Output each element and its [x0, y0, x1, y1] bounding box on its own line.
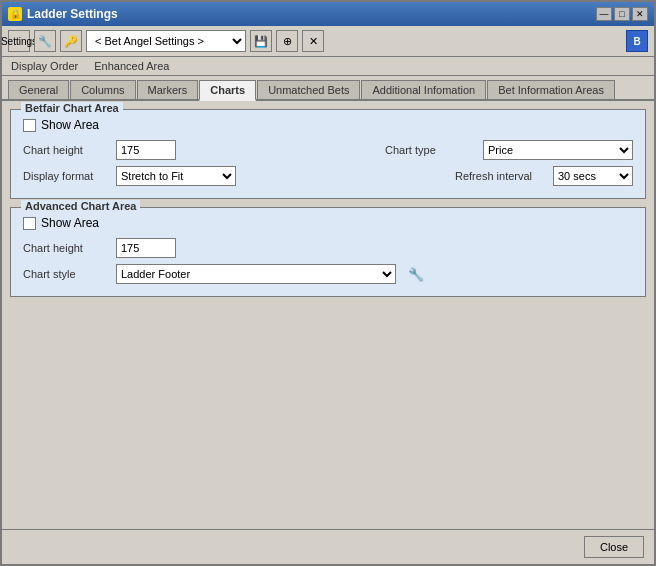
minimize-button[interactable]: —: [596, 7, 612, 21]
tabs-bar: General Columns Markers Charts Unmatched…: [2, 76, 654, 101]
betfair-display-format-label: Display format: [23, 170, 108, 182]
tab-charts[interactable]: Charts: [199, 80, 256, 101]
window-title: Ladder Settings: [27, 7, 118, 21]
add-button[interactable]: ⊕: [276, 30, 298, 52]
add-icon: ⊕: [283, 35, 292, 48]
advanced-chart-style-select[interactable]: Ladder Footer Custom 1 Custom 2: [116, 264, 396, 284]
advanced-chart-style-row: Chart style Ladder Footer Custom 1 Custo…: [23, 264, 633, 284]
tab-additional-info[interactable]: Additional Infomation: [361, 80, 486, 99]
settings-button[interactable]: Settings: [8, 30, 30, 52]
advanced-show-area-label: Show Area: [41, 216, 99, 230]
betfair-chart-group: Betfair Chart Area Show Area Chart heigh…: [10, 109, 646, 199]
content-area: Betfair Chart Area Show Area Chart heigh…: [2, 101, 654, 529]
chart-style-configure-icon[interactable]: 🔧: [408, 267, 424, 282]
wrench-icon: 🔧: [38, 35, 52, 48]
ladder-icon: B: [633, 36, 640, 47]
betfair-chart-type-label: Chart type: [385, 144, 475, 156]
settings-label: Settings: [1, 36, 37, 47]
betfair-display-format-select[interactable]: Stretch to Fit Fixed Scale Auto Scale: [116, 166, 236, 186]
betfair-chart-type-select[interactable]: Price Volume Both: [483, 140, 633, 160]
advanced-chart-title: Advanced Chart Area: [21, 200, 140, 212]
advanced-chart-height-label: Chart height: [23, 242, 108, 254]
window-icon: 🔒: [8, 7, 22, 21]
save-button[interactable]: 💾: [250, 30, 272, 52]
tab-unmatched-bets[interactable]: Unmatched Bets: [257, 80, 360, 99]
advanced-chart-group: Advanced Chart Area Show Area Chart heig…: [10, 207, 646, 297]
toolbar: Settings 🔧 🔑 < Bet Angel Settings > 💾 ⊕ …: [2, 26, 654, 57]
close-button[interactable]: Close: [584, 536, 644, 558]
delete-button[interactable]: ✕: [302, 30, 324, 52]
tab-columns[interactable]: Columns: [70, 80, 135, 99]
betfair-display-format-row: Display format Stretch to Fit Fixed Scal…: [23, 166, 633, 186]
advanced-show-area-row: Show Area: [23, 216, 633, 230]
advanced-chart-height-input[interactable]: [116, 238, 176, 258]
betfair-refresh-interval-select[interactable]: 5 secs 10 secs 15 secs 30 secs 60 secs: [553, 166, 633, 186]
delete-icon: ✕: [309, 35, 318, 48]
menu-enhanced-area[interactable]: Enhanced Area: [91, 59, 172, 73]
menu-bar: Display Order Enhanced Area: [2, 57, 654, 76]
tab-bet-information[interactable]: Bet Information Areas: [487, 80, 615, 99]
advanced-chart-style-label: Chart style: [23, 268, 108, 280]
title-bar: 🔒 Ladder Settings — □ ✕: [2, 2, 654, 26]
advanced-show-area-checkbox[interactable]: [23, 217, 36, 230]
betfair-chart-height-label: Chart height: [23, 144, 108, 156]
key-button[interactable]: 🔑: [60, 30, 82, 52]
betfair-show-area-checkbox[interactable]: [23, 119, 36, 132]
title-close-button[interactable]: ✕: [632, 7, 648, 21]
tab-general[interactable]: General: [8, 80, 69, 99]
maximize-button[interactable]: □: [614, 7, 630, 21]
save-icon: 💾: [254, 35, 268, 48]
advanced-chart-height-row: Chart height: [23, 238, 633, 258]
main-window: 🔒 Ladder Settings — □ ✕ Settings 🔧 🔑 < B…: [0, 0, 656, 566]
wrench-button[interactable]: 🔧: [34, 30, 56, 52]
preset-select[interactable]: < Bet Angel Settings >: [86, 30, 246, 52]
ladder-icon-button[interactable]: B: [626, 30, 648, 52]
betfair-show-area-row: Show Area: [23, 118, 633, 132]
betfair-chart-title: Betfair Chart Area: [21, 102, 123, 114]
footer: Close: [2, 529, 654, 564]
menu-display-order[interactable]: Display Order: [8, 59, 81, 73]
title-controls: — □ ✕: [596, 7, 648, 21]
tab-markers[interactable]: Markers: [137, 80, 199, 99]
betfair-chart-height-row: Chart height Chart type Price Volume Bot…: [23, 140, 633, 160]
key-icon: 🔑: [64, 35, 78, 48]
betfair-refresh-interval-label: Refresh interval: [455, 170, 545, 182]
betfair-chart-height-input[interactable]: [116, 140, 176, 160]
betfair-show-area-label: Show Area: [41, 118, 99, 132]
